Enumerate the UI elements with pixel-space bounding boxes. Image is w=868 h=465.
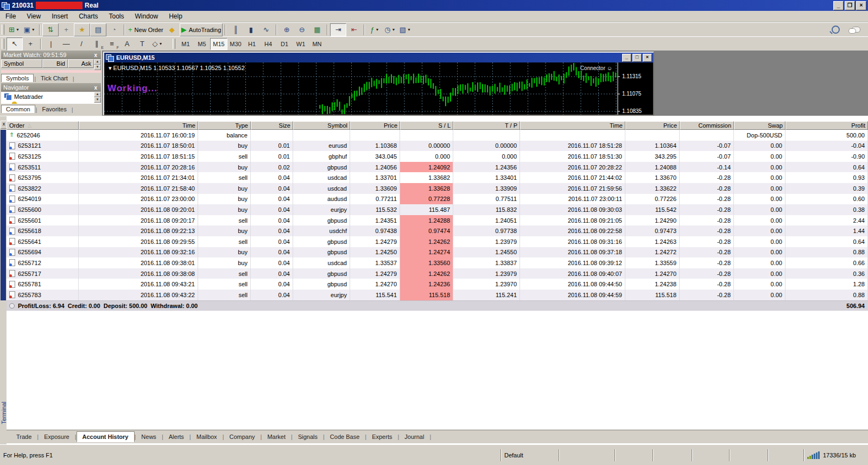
indicators-button[interactable]: ƒ▼ xyxy=(367,24,382,36)
dropdown-arrow-icon[interactable]: ▼ xyxy=(16,28,20,32)
history-row[interactable]: 62556012016.11.08 09:20:17sell0.04gbpusd… xyxy=(7,215,868,226)
menu-insert[interactable]: Insert xyxy=(46,11,73,21)
trendline-tool[interactable]: / xyxy=(74,38,89,50)
fibonacci-tool[interactable]: ≡F xyxy=(104,38,119,50)
terminal-tab-exposure[interactable]: Exposure xyxy=(39,432,74,442)
history-row[interactable]: 62556942016.11.08 09:32:16buy0.04gbpusd1… xyxy=(7,247,868,258)
terminal-tab-account-history[interactable]: Account History xyxy=(77,431,135,442)
toolbar-grip[interactable] xyxy=(2,39,4,49)
market-watch-scroll[interactable]: ▲▼ xyxy=(94,59,101,70)
navigator-close-icon[interactable]: x xyxy=(92,85,99,91)
tile-windows-button[interactable]: ▦ xyxy=(309,24,325,36)
dropdown-arrow-icon[interactable]: ▼ xyxy=(407,28,411,32)
expert-advisors-icon[interactable]: ◆ xyxy=(164,24,180,36)
terminal-caption-strip[interactable]: Terminal xyxy=(0,116,7,445)
history-col-price[interactable]: Price xyxy=(625,121,680,130)
menu-charts[interactable]: Charts xyxy=(73,11,103,21)
channel-tool[interactable]: ∥E xyxy=(89,38,104,50)
terminal-tab-market[interactable]: Market xyxy=(262,432,291,442)
terminal-tab-code-base[interactable]: Code Base xyxy=(325,432,365,442)
history-col-type[interactable]: Type xyxy=(198,121,251,130)
timeframe-d1[interactable]: D1 xyxy=(276,39,293,49)
terminal-tab-mailbox[interactable]: Mailbox xyxy=(191,432,223,442)
auto-scroll-button[interactable]: ⇤ xyxy=(346,24,362,36)
terminal-tab-journal[interactable]: Journal xyxy=(399,432,429,442)
timeframe-m5[interactable]: M5 xyxy=(194,39,210,49)
history-col-time[interactable]: Time xyxy=(79,121,198,130)
navigator-scroll[interactable]: ▲▼ xyxy=(94,92,101,103)
history-col-sl[interactable]: S / L xyxy=(400,121,453,130)
horizontal-line-tool[interactable]: — xyxy=(59,38,74,50)
zoom-out-button[interactable]: ⊖ xyxy=(294,24,309,36)
terminal-tab-trade[interactable]: Trade xyxy=(11,432,37,442)
history-row[interactable]: 62535112016.11.07 20:28:16buy0.02gbpusd1… xyxy=(7,162,868,173)
toolbar-grip[interactable] xyxy=(173,39,175,49)
history-col-profit[interactable]: Profit xyxy=(785,121,868,130)
autotrading-button[interactable]: ▶AutoTrading xyxy=(180,23,223,36)
market-watch-toggle[interactable]: ⇅ xyxy=(42,23,59,36)
dropdown-arrow-icon[interactable]: ▼ xyxy=(31,28,35,32)
dropdown-arrow-icon[interactable]: ▼ xyxy=(392,28,396,32)
navigator-toggle[interactable]: ★ xyxy=(74,23,90,36)
tab-favorites[interactable]: Favorites xyxy=(37,105,71,113)
label-tool[interactable]: T xyxy=(135,38,150,50)
terminal-toggle[interactable]: ▤ xyxy=(90,23,106,36)
history-row[interactable]: ⇑62520462016.11.07 16:00:19balanceDop-50… xyxy=(7,130,868,141)
history-row[interactable]: 62540192016.11.07 23:00:00buy0.04audusd0… xyxy=(7,194,868,205)
history-col-price[interactable]: Price xyxy=(350,121,400,130)
chart-window-title-bar[interactable]: EURUSD,M15 _ □ × xyxy=(104,53,653,62)
dropdown-arrow-icon[interactable]: ▼ xyxy=(159,42,163,46)
strategy-tester-button[interactable]: ◔ xyxy=(106,24,122,36)
vertical-line-tool[interactable]: | xyxy=(43,38,59,50)
line-chart-mode-button[interactable]: ∿ xyxy=(258,24,274,36)
chart-area[interactable]: ▾ EURUSD,M15 1.10533 1.10567 1.10525 1.1… xyxy=(104,62,653,115)
search-icon[interactable] xyxy=(832,26,840,34)
menu-help[interactable]: Help xyxy=(163,11,188,21)
timeframe-m1[interactable]: M1 xyxy=(178,39,194,49)
arrows-tool[interactable]: ◇▼ xyxy=(150,38,165,50)
history-row[interactable]: 62531212016.11.07 18:50:01buy0.01eurusd1… xyxy=(7,141,868,152)
market-watch-col-ask[interactable]: Ask xyxy=(68,59,94,68)
menu-window[interactable]: Window xyxy=(130,11,164,21)
history-row[interactable]: 62557832016.11.08 09:43:22sell0.04eurjpy… xyxy=(7,290,868,300)
history-row[interactable]: 62557812016.11.08 09:43:21sell0.04gbpusd… xyxy=(7,279,868,290)
tab-tick-chart[interactable]: Tick Chart xyxy=(36,74,72,82)
templates-button[interactable]: ▧▼ xyxy=(397,24,413,36)
minimize-button[interactable]: _ xyxy=(833,1,844,10)
timeframe-mn[interactable]: MN xyxy=(309,39,325,49)
new-chart-button[interactable]: ⊞▼ xyxy=(7,24,22,36)
periods-button[interactable]: ◷▼ xyxy=(382,24,397,36)
candlestick-mode-button[interactable]: ▮ xyxy=(243,24,258,36)
crosshair-tool[interactable]: + xyxy=(23,38,38,50)
menu-tools[interactable]: Tools xyxy=(104,11,130,21)
history-row[interactable]: 62556182016.11.08 09:22:13buy0.04usdchf0… xyxy=(7,225,868,236)
data-window-toggle[interactable]: + xyxy=(59,24,74,36)
tab-common[interactable]: Common xyxy=(1,105,35,113)
chart-minimize-button[interactable]: _ xyxy=(622,54,631,62)
profiles-button[interactable]: ▣▼ xyxy=(22,24,37,36)
restore-button[interactable]: ❐ xyxy=(845,1,855,10)
terminal-tab-signals[interactable]: Signals xyxy=(293,432,323,442)
history-row[interactable]: 62556412016.11.08 09:29:55sell0.04gbpusd… xyxy=(7,236,868,247)
history-row[interactable]: 62557172016.11.08 09:38:08sell0.04gbpusd… xyxy=(7,268,868,279)
history-col-size[interactable]: Size xyxy=(251,121,293,130)
history-row[interactable]: 62531252016.11.07 18:51:15sell0.01gbphuf… xyxy=(7,151,868,162)
history-col-symbol[interactable]: Symbol xyxy=(293,121,350,130)
toolbar-grip[interactable] xyxy=(2,24,4,35)
history-col-time[interactable]: Time xyxy=(520,121,625,130)
dropdown-arrow-icon[interactable]: ▼ xyxy=(375,28,379,32)
tab-symbols[interactable]: Symbols xyxy=(1,74,34,82)
menu-file[interactable]: File xyxy=(0,11,21,21)
close-button[interactable]: × xyxy=(856,1,866,10)
history-col-commission[interactable]: Commission xyxy=(680,121,734,130)
timeframe-m15[interactable]: M15 xyxy=(210,38,227,50)
terminal-tab-experts[interactable]: Experts xyxy=(366,432,397,442)
menu-view[interactable]: View xyxy=(21,11,46,21)
text-tool[interactable]: A xyxy=(119,38,135,50)
timeframe-w1[interactable]: W1 xyxy=(293,39,309,49)
chart-maximize-button[interactable]: □ xyxy=(632,54,642,62)
terminal-tab-company[interactable]: Company xyxy=(224,432,260,442)
connector-label[interactable]: Connector ☺ xyxy=(580,65,612,71)
history-col-swap[interactable]: Swap xyxy=(734,121,785,130)
new-order-button[interactable]: +New Order xyxy=(127,24,164,36)
